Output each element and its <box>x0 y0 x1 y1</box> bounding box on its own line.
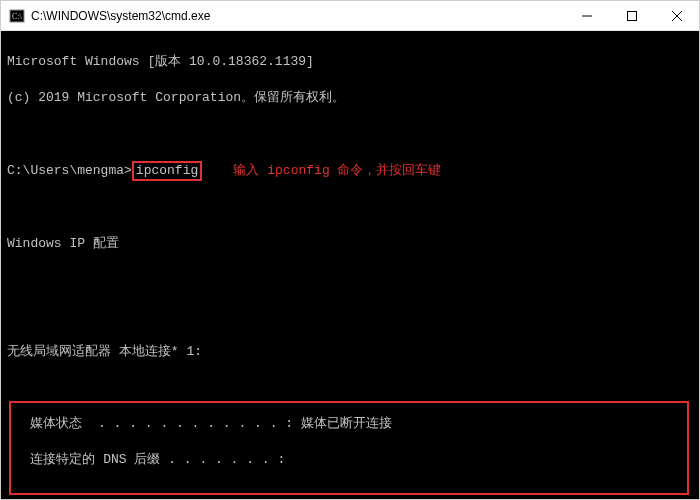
prompt-prefix: C:\Users\mengma> <box>7 163 132 178</box>
svg-rect-3 <box>627 11 636 20</box>
cmd-window: C:\ C:\WINDOWS\system32\cmd.exe Microsof… <box>0 0 700 500</box>
copyright-line: (c) 2019 Microsoft Corporation。保留所有权利。 <box>7 89 693 107</box>
window-title: C:\WINDOWS\system32\cmd.exe <box>31 9 564 23</box>
command-ipconfig: ipconfig <box>132 161 202 181</box>
close-button[interactable] <box>654 1 699 30</box>
window-controls <box>564 1 699 30</box>
minimize-button[interactable] <box>564 1 609 30</box>
cmd-icon: C:\ <box>9 8 25 24</box>
version-line: Microsoft Windows [版本 10.0.18362.1139] <box>7 53 693 71</box>
terminal-output[interactable]: Microsoft Windows [版本 10.0.18362.1139] (… <box>1 31 699 499</box>
prompt-line-1: C:\Users\mengma>ipconfig 输入 ipconfig 命令，… <box>7 161 693 181</box>
titlebar[interactable]: C:\ C:\WINDOWS\system32\cmd.exe <box>1 1 699 31</box>
svg-text:C:\: C:\ <box>12 12 23 21</box>
annotation-command: 输入 ipconfig 命令，并按回车键 <box>233 162 441 180</box>
ipconfig-header: Windows IP 配置 <box>7 235 693 253</box>
highlight-box-addresses <box>9 401 689 495</box>
maximize-button[interactable] <box>609 1 654 30</box>
adapter1-title: 无线局域网适配器 本地连接* 1: <box>7 343 693 361</box>
